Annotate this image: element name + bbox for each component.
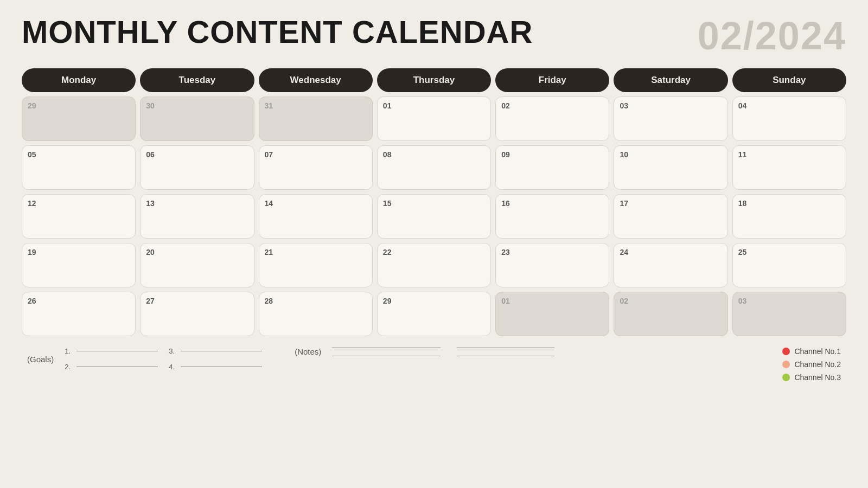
day-number: 15: [383, 199, 485, 208]
day-number: 08: [383, 150, 485, 159]
goal-line-3-bar: [181, 351, 262, 351]
day-cell-w0-d2[interactable]: 31: [259, 97, 373, 141]
day-cell-w0-d3[interactable]: 01: [377, 97, 491, 141]
day-cell-w3-d1[interactable]: 20: [140, 243, 254, 287]
day-cell-w1-d6[interactable]: 11: [732, 145, 846, 190]
day-cell-w4-d6[interactable]: 03: [732, 292, 846, 336]
day-number: 13: [146, 199, 248, 208]
day-cell-w0-d4[interactable]: 02: [495, 97, 609, 141]
goal-line-4: 4.: [169, 363, 262, 371]
day-cell-w4-d1[interactable]: 27: [140, 292, 254, 336]
day-cell-w1-d0[interactable]: 05: [22, 145, 136, 190]
day-cell-w1-d1[interactable]: 06: [140, 145, 254, 190]
footer: (Goals) 1. 2. 3. 4. (Notes): [22, 347, 846, 382]
goal-num-3: 3.: [169, 347, 178, 355]
day-header-friday: Friday: [495, 68, 609, 92]
goal-num-2: 2.: [65, 363, 74, 371]
notes-section: (Notes): [295, 347, 782, 356]
day-cell-w1-d3[interactable]: 08: [377, 145, 491, 190]
day-number: 21: [265, 248, 367, 256]
channel-item: Channel No.2: [782, 360, 841, 369]
calendar-grid: MondayTuesdayWednesdayThursdayFridaySatu…: [22, 68, 846, 336]
day-cell-w2-d5[interactable]: 17: [614, 194, 727, 239]
goals-section-2: 3. 4.: [169, 347, 262, 371]
day-cell-w3-d2[interactable]: 21: [259, 243, 373, 287]
day-cell-w0-d6[interactable]: 04: [732, 97, 846, 141]
goal-line-1-bar: [76, 351, 158, 351]
notes-lines: [332, 348, 441, 356]
day-number: 01: [501, 297, 603, 305]
day-header-thursday: Thursday: [377, 68, 491, 92]
day-number: 30: [146, 101, 248, 110]
day-number: 02: [501, 101, 603, 110]
day-number: 28: [265, 297, 367, 305]
day-number: 22: [383, 248, 485, 256]
day-cell-w1-d4[interactable]: 09: [495, 145, 609, 190]
channel-label: Channel No.2: [794, 360, 841, 369]
day-number: 27: [146, 297, 248, 305]
goal-line-4-bar: [181, 367, 262, 367]
day-number: 29: [28, 101, 130, 110]
notes-line-2: [332, 356, 441, 356]
channels-legend: Channel No.1Channel No.2Channel No.3: [782, 347, 841, 382]
channel-dot: [782, 348, 790, 355]
day-cell-w4-d5[interactable]: 02: [614, 292, 727, 336]
goals-lines: 1. 2.: [65, 347, 158, 371]
day-cell-w4-d3[interactable]: 29: [377, 292, 491, 336]
day-header-sunday: Sunday: [732, 68, 846, 92]
day-cell-w0-d0[interactable]: 29: [22, 97, 136, 141]
goal-num-4: 4.: [169, 363, 178, 371]
day-cell-w2-d2[interactable]: 14: [259, 194, 373, 239]
day-cell-w3-d5[interactable]: 24: [614, 243, 727, 287]
notes-line-1: [332, 348, 441, 348]
day-cell-w4-d2[interactable]: 28: [259, 292, 373, 336]
day-cell-w3-d0[interactable]: 19: [22, 243, 136, 287]
day-cell-w2-d1[interactable]: 13: [140, 194, 254, 239]
channel-dot: [782, 361, 790, 368]
day-number: 07: [265, 150, 367, 159]
day-number: 17: [620, 199, 722, 208]
day-header-saturday: Saturday: [614, 68, 727, 92]
day-cell-w0-d1[interactable]: 30: [140, 97, 254, 141]
extra-line-1: [457, 348, 554, 348]
extra-col-1: [457, 348, 554, 356]
day-cell-w1-d2[interactable]: 07: [259, 145, 373, 190]
day-cell-w4-d4[interactable]: 01: [495, 292, 609, 336]
day-cell-w2-d3[interactable]: 15: [377, 194, 491, 239]
day-header-monday: Monday: [22, 68, 136, 92]
goal-line-2: 2.: [65, 363, 158, 371]
day-cell-w2-d6[interactable]: 18: [732, 194, 846, 239]
day-number: 04: [738, 101, 840, 110]
day-number: 31: [265, 101, 367, 110]
day-number: 11: [738, 150, 840, 159]
day-number: 24: [620, 248, 722, 256]
channel-item: Channel No.3: [782, 373, 841, 382]
goals-label: (Goals): [27, 355, 54, 364]
day-cell-w2-d4[interactable]: 16: [495, 194, 609, 239]
day-cell-w3-d4[interactable]: 23: [495, 243, 609, 287]
channel-item: Channel No.1: [782, 347, 841, 356]
day-cell-w3-d6[interactable]: 25: [732, 243, 846, 287]
goal-line-1: 1.: [65, 347, 158, 355]
day-cell-w2-d0[interactable]: 12: [22, 194, 136, 239]
day-number: 09: [501, 150, 603, 159]
day-cell-w3-d3[interactable]: 22: [377, 243, 491, 287]
page-title: MONTHLY CONTENT CALENDAR: [22, 16, 533, 48]
day-number: 02: [620, 297, 722, 305]
day-number: 14: [265, 199, 367, 208]
channel-label: Channel No.1: [794, 347, 841, 356]
day-number: 25: [738, 248, 840, 256]
day-number: 03: [738, 297, 840, 305]
notes-label: (Notes): [295, 347, 321, 356]
day-number: 20: [146, 248, 248, 256]
day-cell-w4-d0[interactable]: 26: [22, 292, 136, 336]
day-cell-w1-d5[interactable]: 10: [614, 145, 727, 190]
day-number: 05: [28, 150, 130, 159]
day-number: 26: [28, 297, 130, 305]
day-number: 03: [620, 101, 722, 110]
month-year: 02/2024: [698, 16, 846, 55]
extra-line-2: [457, 356, 554, 356]
notes-extra: [457, 348, 554, 356]
day-cell-w0-d5[interactable]: 03: [614, 97, 727, 141]
page-header: MONTHLY CONTENT CALENDAR 02/2024: [22, 16, 846, 55]
